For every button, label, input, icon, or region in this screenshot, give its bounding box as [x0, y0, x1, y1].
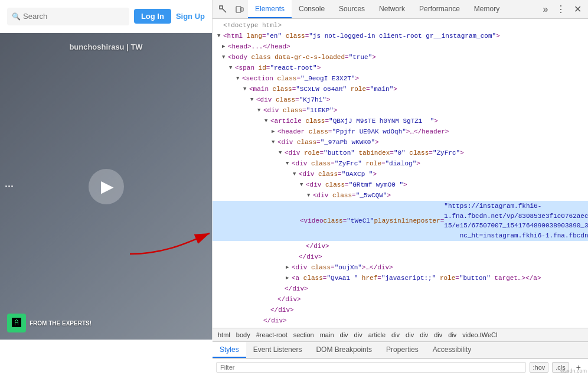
- expand-arrow[interactable]: ▼: [293, 169, 299, 179]
- tag: <div: [277, 138, 297, 147]
- tag: >: [393, 84, 397, 94]
- expand-arrow[interactable]: ▼: [264, 116, 270, 126]
- filter-input[interactable]: [216, 362, 526, 373]
- html-line[interactable]: ▼ <div role="button" tabindex="0" class=…: [213, 148, 588, 158]
- appuals-logo: 🅰 FROM THE EXPERTS!: [7, 314, 92, 332]
- tab-performance[interactable]: Performance: [412, 0, 467, 18]
- html-line[interactable]: ▼ <article class="QBXjJ M9sTE h0YNM SgTZ…: [213, 116, 588, 126]
- html-line[interactable]: </div>: [213, 305, 588, 315]
- ig-search-box[interactable]: 🔍: [7, 8, 129, 25]
- tag: =: [295, 95, 299, 105]
- html-line[interactable]: </div>: [213, 294, 588, 305]
- expand-arrow[interactable]: ▼: [229, 63, 235, 73]
- closing-tag: </div>: [270, 305, 294, 315]
- attr-value: "main": [370, 84, 394, 94]
- devtools-close-button[interactable]: ✕: [569, 1, 586, 18]
- html-line[interactable]: ▶ <div class="oujXn">…</div>: [213, 262, 588, 273]
- html-line[interactable]: ▶ <head>...</head>: [213, 41, 588, 52]
- devtools-panel: Elements Console Sources Network Perform…: [213, 0, 588, 375]
- breadcrumb-div4[interactable]: div: [404, 331, 416, 339]
- html-line[interactable]: ▼ <main class="SCxLW o64aR" role="main">: [213, 84, 588, 94]
- breadcrumb-div3[interactable]: div: [390, 331, 401, 339]
- elements-panel[interactable]: <!doctype html> ▼ <html lang="en" class=…: [213, 19, 588, 328]
- video-element-line[interactable]: <video class="tWeCl" playsinline poster=…: [213, 201, 588, 241]
- tab-styles[interactable]: Styles: [213, 342, 246, 358]
- html-line[interactable]: ▼ <div class="ZyFrc" role="dialog">: [213, 158, 588, 169]
- html-line[interactable]: ▼ <div class="1tEKP">: [213, 105, 588, 116]
- html-line[interactable]: ▶ <header class="Ppjfr UE9AK wdOqh">…</h…: [213, 126, 588, 137]
- html-line[interactable]: ▼ <div class="GRtmf wymO0 ">: [213, 180, 588, 190]
- breadcrumb-div7[interactable]: div: [446, 331, 458, 339]
- tag: <div: [285, 148, 304, 158]
- html-line[interactable]: </div>: [213, 283, 588, 294]
- play-button[interactable]: ▶: [89, 169, 124, 204]
- tab-network[interactable]: Network: [372, 0, 412, 18]
- html-line[interactable]: ▼ <div class="_97aPb wKWK0">: [213, 137, 588, 148]
- breadcrumb-div5[interactable]: div: [418, 331, 430, 339]
- html-line[interactable]: ▼ <div class="Kj7h1">: [213, 94, 588, 105]
- breadcrumb-body[interactable]: body: [234, 331, 252, 339]
- closing-tag: </div>: [285, 284, 308, 294]
- html-line[interactable]: ▼ <html lang="en" class="js not-logged-i…: [213, 31, 588, 41]
- expand-arrow[interactable]: ▼: [279, 148, 285, 158]
- signup-button[interactable]: Sign Up: [176, 12, 205, 21]
- html-line[interactable]: ▼ <body class data-gr-c-s-loaded="true">: [213, 52, 588, 63]
- tab-properties[interactable]: Properties: [379, 342, 426, 358]
- expand-arrow[interactable]: ▼: [217, 31, 223, 41]
- breadcrumb-video[interactable]: video.tWeCl: [460, 331, 499, 339]
- html-line[interactable]: ▼ <div class="OAXCp ">: [213, 169, 588, 180]
- search-input[interactable]: [23, 12, 125, 21]
- expand-arrow[interactable]: ▼: [222, 53, 228, 62]
- tab-console[interactable]: Console: [292, 0, 332, 18]
- expand-arrow[interactable]: ▼: [286, 159, 292, 168]
- tab-sources[interactable]: Sources: [332, 0, 372, 18]
- expand-arrow[interactable]: ▼: [272, 138, 277, 147]
- attr-name: lang: [247, 31, 262, 41]
- more-tabs-button[interactable]: »: [538, 1, 553, 18]
- breadcrumb-article[interactable]: article: [367, 331, 387, 339]
- html-line[interactable]: </div>: [213, 315, 588, 326]
- expand-arrow[interactable]: ▼: [236, 74, 242, 83]
- expand-arrow[interactable]: ▼: [250, 95, 256, 105]
- attr-value: "ZyFrc": [433, 148, 460, 158]
- expand-arrow[interactable]: ▼: [307, 191, 313, 200]
- html-line[interactable]: </div>: [213, 252, 588, 262]
- tab-memory[interactable]: Memory: [467, 0, 507, 18]
- attr-name: class: [286, 31, 305, 41]
- instagram-panel: 🔍 Log In Sign Up ··· bunchoshirasu | TW …: [0, 0, 213, 340]
- closing-tag: </div>: [263, 316, 287, 325]
- expand-arrow[interactable]: ▶: [272, 127, 277, 136]
- tab-elements[interactable]: Elements: [248, 0, 292, 18]
- attr-value: "0": [394, 148, 406, 158]
- html-line[interactable]: ▶ <a class="QvAa1 " href="javascript:;" …: [213, 273, 588, 283]
- login-button[interactable]: Log In: [134, 9, 171, 24]
- html-line[interactable]: <!doctype html>: [213, 20, 588, 31]
- breadcrumb-html[interactable]: html: [216, 331, 232, 339]
- more-options-dots[interactable]: ···: [5, 180, 14, 193]
- expand-arrow[interactable]: ▼: [257, 106, 263, 115]
- tab-dom-breakpoints[interactable]: DOM Breakpoints: [309, 342, 379, 358]
- breadcrumb-main[interactable]: main: [318, 331, 336, 339]
- tab-event-listeners[interactable]: Event Listeners: [246, 342, 309, 358]
- tag: >: [334, 106, 338, 115]
- expand-arrow[interactable]: ▶: [222, 42, 228, 51]
- html-line[interactable]: ▼ <div class="_5wCQW">: [213, 190, 588, 201]
- device-toolbar-button[interactable]: [231, 1, 248, 18]
- breadcrumb-section[interactable]: section: [292, 331, 316, 339]
- expand-arrow[interactable]: ▼: [300, 180, 306, 190]
- html-line[interactable]: ▼ <section class="_9eogI E3X2T">: [213, 73, 588, 84]
- attr-value: "en": [266, 31, 282, 41]
- breadcrumb-div1[interactable]: div: [338, 331, 350, 339]
- breadcrumb-react-root[interactable]: #react-root: [254, 331, 289, 339]
- devtools-settings-button[interactable]: ⋮: [553, 1, 569, 18]
- svg-rect-3: [236, 6, 241, 12]
- attr-name: role: [304, 148, 319, 158]
- html-line[interactable]: </div>: [213, 241, 588, 252]
- filter-hov-button[interactable]: :hov: [530, 362, 549, 373]
- tab-accessibility[interactable]: Accessibility: [426, 342, 478, 358]
- breadcrumb-div6[interactable]: div: [432, 331, 444, 339]
- inspect-element-button[interactable]: [215, 1, 231, 18]
- html-line[interactable]: ▼ <span id="react-root">: [213, 63, 588, 73]
- expand-arrow[interactable]: ▼: [243, 84, 249, 94]
- breadcrumb-div2[interactable]: div: [352, 331, 364, 339]
